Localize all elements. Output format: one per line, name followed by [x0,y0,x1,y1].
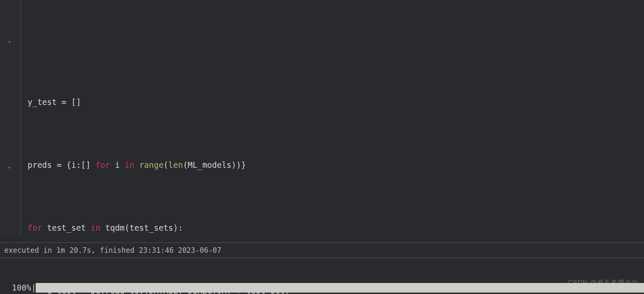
status-text: executed in 1m 20.7s, finished 23:31:46 … [4,246,221,254]
progress-percent: 100% [12,283,31,292]
code-editor[interactable]: ▾ ▾ y_test = [] preds = {i:[] for i in r… [0,0,644,236]
fold-marker-icon[interactable]: ▾ [8,160,12,175]
progress-bar: |███████████████████████████████████████… [31,283,644,292]
fold-marker-icon[interactable]: ▾ [8,34,12,50]
code-line: preds = {i:[] for i in range(len(ML_mode… [28,157,644,173]
code-line: for test_set in tqdm(test_sets): [28,220,644,236]
execution-status: executed in 1m 20.7s, finished 23:31:46 … [0,242,644,258]
code-line: y_test = [] [28,97,81,107]
watermark: CSDN @差不多哦先生 [568,275,639,291]
output-area: 100%|███████████████████████████████████… [0,260,644,294]
